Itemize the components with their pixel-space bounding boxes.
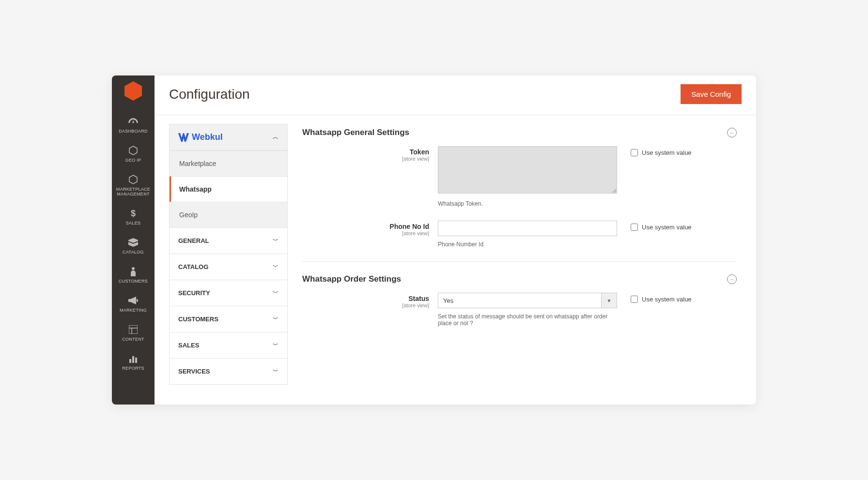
phone-use-system-label: Use system value <box>642 224 692 231</box>
group-label: CUSTOMERS <box>178 315 218 323</box>
chevron-down-icon: ﹀ <box>273 315 279 323</box>
nav-sales[interactable]: $ SALES <box>112 203 155 232</box>
field-input-block: Yes ▼ Set the status of message should b… <box>438 293 617 327</box>
status-value: Yes <box>438 293 602 308</box>
bar-chart-icon <box>112 353 155 364</box>
nav-reports[interactable]: REPORTS <box>112 348 155 377</box>
nav-marketplace[interactable]: MARKETPLACE MANAGEMENT <box>112 169 155 203</box>
box-icon <box>112 237 155 248</box>
hexagon-icon <box>112 145 155 156</box>
svg-text:$: $ <box>131 209 136 218</box>
subtab-geoip[interactable]: GeoIp <box>170 202 287 227</box>
field-input-block: Phone Number Id <box>438 221 617 248</box>
nav-label: REPORTS <box>112 366 155 371</box>
svg-rect-5 <box>129 359 131 363</box>
layout-icon <box>112 324 155 335</box>
phone-scope: [store view] <box>302 230 429 236</box>
phone-use-system-checkbox[interactable] <box>631 224 638 231</box>
page-title: Configuration <box>169 87 250 102</box>
status-hint: Set the status of message should be sent… <box>438 313 617 327</box>
main-panel: Configuration Save Config Webkul ︿ Marke… <box>155 75 756 405</box>
megaphone-icon <box>112 295 155 306</box>
save-config-button[interactable]: Save Config <box>681 84 742 104</box>
token-use-system-label: Use system value <box>642 149 692 156</box>
phone-label: Phone No Id <box>302 223 429 230</box>
webkul-subtabs: Marketplace Whatsapp GeoIp <box>169 150 288 228</box>
chevron-down-icon: ﹀ <box>273 237 279 245</box>
settings-panel: Whatsapp General Settings ︿ Token [store… <box>288 115 756 405</box>
section-divider <box>302 261 737 262</box>
chevron-down-icon: ﹀ <box>273 263 279 271</box>
nav-label: CATALOG <box>112 250 155 255</box>
content-area: Webkul ︿ Marketplace Whatsapp GeoIp GENE… <box>155 115 756 405</box>
svg-point-1 <box>132 267 135 270</box>
status-label: Status <box>302 295 429 302</box>
nav-label: MARKETPLACE MANAGEMENT <box>112 187 155 196</box>
group-label: GENERAL <box>178 237 209 244</box>
magento-logo-icon <box>124 81 142 103</box>
group-label: CATALOG <box>178 263 208 270</box>
svg-rect-7 <box>135 358 137 363</box>
nav-label: CONTENT <box>112 337 155 342</box>
app-frame: DASHBOARD GEO IP MARKETPLACE MANAGEMENT … <box>112 75 756 405</box>
webkul-logo: Webkul <box>178 132 223 142</box>
group-label: SALES <box>178 342 199 349</box>
section-order-settings[interactable]: Whatsapp Order Settings ︿ <box>302 270 737 293</box>
nav-content[interactable]: CONTENT <box>112 319 155 348</box>
field-label-block: Phone No Id [store view] <box>302 221 438 236</box>
field-label-block: Token [store view] <box>302 146 438 162</box>
token-label: Token <box>302 148 429 156</box>
status-scope: [store view] <box>302 302 429 308</box>
svg-rect-6 <box>132 356 134 363</box>
phone-use-system: Use system value <box>631 221 692 231</box>
collapse-icon[interactable]: ︿ <box>727 128 737 137</box>
tab-group-catalog[interactable]: CATALOG ﹀ <box>169 254 288 280</box>
left-navigation: DASHBOARD GEO IP MARKETPLACE MANAGEMENT … <box>112 75 155 405</box>
status-use-system: Use system value <box>631 293 692 303</box>
group-label: SECURITY <box>178 289 210 297</box>
token-scope: [store view] <box>302 156 429 162</box>
nav-label: DASHBOARD <box>112 129 155 134</box>
tab-group-general[interactable]: GENERAL ﹀ <box>169 228 288 254</box>
nav-dashboard[interactable]: DASHBOARD <box>112 111 155 140</box>
token-use-system-checkbox[interactable] <box>631 149 638 156</box>
section-title: Whatsapp General Settings <box>302 128 409 137</box>
tab-group-sales[interactable]: SALES ﹀ <box>169 332 288 359</box>
group-label: SERVICES <box>178 368 210 375</box>
nav-label: CUSTOMERS <box>112 279 155 284</box>
chevron-down-icon: ﹀ <box>273 367 279 375</box>
subtab-whatsapp[interactable]: Whatsapp <box>170 176 287 202</box>
tab-group-services[interactable]: SERVICES ﹀ <box>169 359 288 385</box>
phone-hint: Phone Number Id <box>438 241 617 248</box>
section-general-settings[interactable]: Whatsapp General Settings ︿ <box>302 124 737 146</box>
field-input-block: Whatsapp Token. <box>438 146 617 207</box>
nav-label: SALES <box>112 221 155 225</box>
phone-input[interactable] <box>438 221 617 236</box>
gauge-icon <box>112 116 155 127</box>
status-use-system-label: Use system value <box>642 296 692 303</box>
collapse-icon[interactable]: ︿ <box>727 274 737 284</box>
field-phone: Phone No Id [store view] Phone Number Id… <box>302 221 737 248</box>
webkul-label: Webkul <box>192 132 223 142</box>
tab-group-security[interactable]: SECURITY ﹀ <box>169 280 288 306</box>
nav-geoip[interactable]: GEO IP <box>112 140 155 169</box>
chevron-up-icon: ︿ <box>273 133 279 141</box>
dollar-icon: $ <box>112 208 155 219</box>
status-use-system-checkbox[interactable] <box>631 296 638 303</box>
token-use-system: Use system value <box>631 146 692 156</box>
nav-label: MARKETING <box>112 308 155 313</box>
svg-rect-2 <box>129 325 138 334</box>
status-select[interactable]: Yes ▼ <box>438 293 617 308</box>
nav-catalog[interactable]: CATALOG <box>112 232 155 261</box>
nav-customers[interactable]: CUSTOMERS <box>112 261 155 290</box>
person-icon <box>112 266 155 277</box>
dropdown-arrow-icon: ▼ <box>602 293 617 308</box>
tab-group-customers[interactable]: CUSTOMERS ﹀ <box>169 306 288 332</box>
nav-marketing[interactable]: MARKETING <box>112 290 155 319</box>
subtab-marketplace[interactable]: Marketplace <box>170 150 287 176</box>
webkul-icon <box>178 133 189 142</box>
token-textarea[interactable] <box>438 146 617 194</box>
nav-label: GEO IP <box>112 158 155 163</box>
tab-group-webkul[interactable]: Webkul ︿ <box>169 124 288 150</box>
hexagon-icon <box>112 174 155 185</box>
